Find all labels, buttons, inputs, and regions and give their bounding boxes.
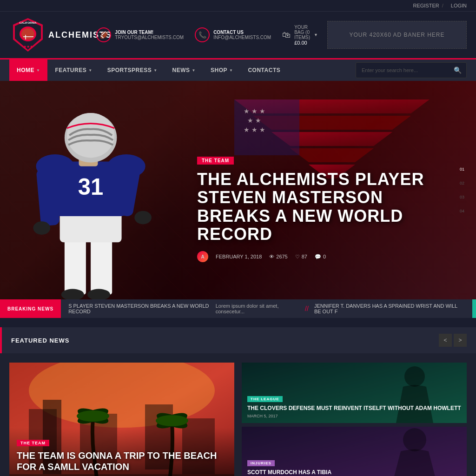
contact-info: 📞 CONTACT US INFO@ALCHEMISTS.COM <box>195 27 271 42</box>
search-input[interactable] <box>356 64 449 77</box>
hero-meta: A FEBRUARY 1, 2018 👁 2675 ♡ 87 💬 0 <box>197 251 439 262</box>
nav-bar: HOME ▼ FEATURES ▼ SPORTSPRESS ▼ NEWS ▼ S… <box>0 60 476 81</box>
logo-badge: ★★★ CALIFORNIA <box>9 16 46 53</box>
slide-1[interactable]: 01 <box>457 165 467 174</box>
ticker-text3: JENNIFER T. DANVERS HAS A SPRAINED WRIST… <box>314 303 465 314</box>
breaking-ticker: S PLAYER STEVEN MASTERSON BREAKS A NEW W… <box>61 299 472 318</box>
card-purple-title: SCOTT MURDOCH HAS A TIBIA <box>247 469 461 476</box>
nav-features-arrow: ▼ <box>88 68 92 73</box>
hero-date: FEBRUARY 1, 2018 <box>216 254 262 259</box>
svg-text:★ ★ ★: ★ ★ ★ <box>244 126 265 133</box>
nav-news-arrow: ▼ <box>192 68 196 73</box>
nav-home-arrow: ▼ <box>36 68 40 73</box>
login-link[interactable]: LOGIN <box>451 3 467 8</box>
nav-shop-arrow: ▼ <box>229 68 233 73</box>
card-large-content: THE TEAM THE TEAM IS GONNA A TRIP TO THE… <box>9 430 234 476</box>
news-card-large[interactable]: THE TEAM THE TEAM IS GONNA A TRIP TO THE… <box>9 363 234 476</box>
search-icon: 🔍 <box>454 66 462 74</box>
hero-comments: 💬 0 <box>315 254 326 260</box>
cart-dropdown-icon: ▼ <box>314 33 318 37</box>
hero-views: 👁 2675 <box>269 254 287 259</box>
slide-indicators: 01 02 03 04 <box>457 165 467 216</box>
top-bar: REGISTER / LOGIN <box>0 0 476 12</box>
news-grid: THE TEAM THE TEAM IS GONNA A TRIP TO THE… <box>0 363 476 476</box>
card-purple-tag: INJURIES <box>247 460 275 466</box>
svg-text:★ ★ ★: ★ ★ ★ <box>244 107 265 115</box>
register-link[interactable]: REGISTER <box>413 3 439 8</box>
featured-title: FEATURED NEWS <box>11 337 69 344</box>
hero-player: 31 <box>14 86 172 299</box>
cart-icon: 🛍 <box>282 30 291 40</box>
search-button[interactable]: 🔍 <box>449 63 466 78</box>
news-card-purple[interactable]: INJURIES SCOTT MURDOCH HAS A TIBIA MARCH… <box>242 427 467 476</box>
cart-label: YOUR BAG (0 ITEMS) <box>294 25 310 40</box>
nav-shop[interactable]: SHOP ▼ <box>203 60 240 81</box>
slide-3[interactable]: 03 <box>457 192 467 202</box>
hero-title: THE ALCHEMISTS PLAYER STEVEN MASTERSON B… <box>197 170 439 244</box>
hero-slider: ★ ★ ★ ★ ★ ★ ★ ★ 31 <box>0 81 476 299</box>
join-value: TRYOUTS@ALCHEMISTS.COM <box>115 35 184 40</box>
svg-point-30 <box>134 211 152 225</box>
separator: / <box>442 3 443 8</box>
svg-text:CALIFORNIA: CALIFORNIA <box>20 21 37 24</box>
svg-text:★★★: ★★★ <box>23 45 33 49</box>
slide-4[interactable]: 04 <box>457 206 467 216</box>
nav-sportspress-arrow: ▼ <box>153 68 157 73</box>
cart-price: £0.00 <box>294 40 310 46</box>
svg-point-29 <box>33 221 50 235</box>
featured-next-button[interactable]: > <box>454 334 467 347</box>
card-teal-tag: THE LEAGUE <box>247 396 283 402</box>
svg-point-3 <box>21 28 34 40</box>
svg-text:31: 31 <box>78 174 104 199</box>
logo-area[interactable]: ★★★ CALIFORNIA ALCHEMISTS <box>9 16 87 53</box>
breaking-end-accent <box>472 299 476 318</box>
header: ★★★ CALIFORNIA ALCHEMISTS 🏈 JOIN OUR TEA… <box>0 12 476 60</box>
contact-value: INFO@ALCHEMISTS.COM <box>213 35 271 40</box>
card-teal-title: THE CLOVERS DEFENSE MUST REINVENT ITSELF… <box>247 405 461 411</box>
nav-home[interactable]: HOME ▼ <box>9 60 47 81</box>
card-teal-content: THE LEAGUE THE CLOVERS DEFENSE MUST REIN… <box>242 389 467 423</box>
nav-contacts[interactable]: CONTACTS <box>240 60 288 81</box>
ticker-text1: S PLAYER STEVEN MASTERSON BREAKS A NEW W… <box>68 303 216 314</box>
nav-search[interactable]: 🔍 <box>356 62 467 78</box>
card-purple-content: INJURIES SCOTT MURDOCH HAS A TIBIA MARCH… <box>242 453 467 476</box>
join-icon: 🏈 <box>96 27 111 42</box>
contact-label: CONTACT US <box>213 30 271 35</box>
featured-section: FEATURED NEWS < > <box>0 327 476 476</box>
nav-sportspress[interactable]: SPORTSPRESS ▼ <box>100 60 165 81</box>
breaking-label: BREAKING NEWS <box>0 299 61 318</box>
contact-icon: 📞 <box>195 27 210 42</box>
hero-likes: ♡ 87 <box>295 254 307 260</box>
cart-area[interactable]: 🛍 YOUR BAG (0 ITEMS) £0.00 ▼ <box>282 25 318 46</box>
hero-logo-small: A <box>197 251 208 262</box>
join-info: 🏈 JOIN OUR TEAM! TRYOUTS@ALCHEMISTS.COM <box>96 27 184 42</box>
nav-news[interactable]: NEWS ▼ <box>165 60 203 81</box>
card-large-tag: THE TEAM <box>17 440 49 446</box>
hero-content: THE TEAM THE ALCHEMISTS PLAYER STEVEN MA… <box>197 156 439 262</box>
featured-header: FEATURED NEWS < > <box>0 327 476 353</box>
nav-features[interactable]: FEATURES ▼ <box>47 60 99 81</box>
news-cards-right: THE LEAGUE THE CLOVERS DEFENSE MUST REIN… <box>242 363 467 476</box>
header-info: 🏈 JOIN OUR TEAM! TRYOUTS@ALCHEMISTS.COM … <box>96 25 318 46</box>
news-card-teal[interactable]: THE LEAGUE THE CLOVERS DEFENSE MUST REIN… <box>242 363 467 423</box>
featured-nav-arrows: < > <box>439 334 467 347</box>
hero-tag: THE TEAM <box>197 157 234 165</box>
ad-banner: YOUR 420X60 AD BANER HERE <box>327 21 467 49</box>
svg-text:★ ★: ★ ★ <box>247 117 261 124</box>
slide-2[interactable]: 02 <box>457 178 467 188</box>
join-label: JOIN OUR TEAM! <box>115 30 184 35</box>
card-large-title: THE TEAM IS GONNA A TRIP TO THE BEACH FO… <box>17 450 227 472</box>
ticker-text2: Lorem ipsum dolor sit amet, consecetur..… <box>216 303 299 314</box>
breaking-news-bar: BREAKING NEWS S PLAYER STEVEN MASTERSON … <box>0 299 476 318</box>
card-teal-date: MARCH 5, 2017 <box>247 414 461 418</box>
ticker-separator: // <box>305 305 309 312</box>
featured-prev-button[interactable]: < <box>439 334 452 347</box>
